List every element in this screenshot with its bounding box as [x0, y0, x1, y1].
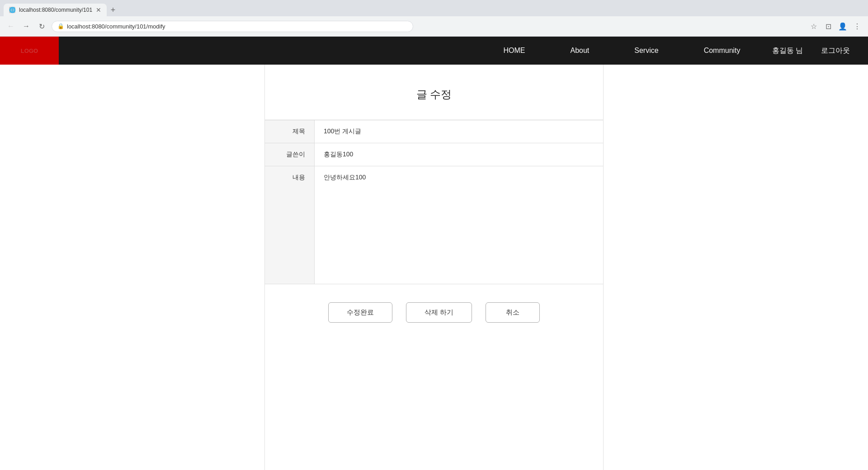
nav-links: HOME About Service Community 홍길동 님 로그아웃 — [481, 37, 859, 65]
subject-row: 제목 100번 게시글 — [265, 120, 603, 143]
lock-icon: 🔒 — [57, 23, 64, 29]
address-bar: ← → ↻ 🔒 localhost:8080/community/101/mod… — [0, 16, 868, 36]
nav-service[interactable]: Service — [612, 37, 681, 65]
cancel-button[interactable]: 취소 — [486, 302, 540, 323]
page-title: 글 수정 — [265, 65, 603, 120]
nav-logout-button[interactable]: 로그아웃 — [812, 46, 859, 56]
author-row: 글쓴이 홍길동100 — [265, 143, 603, 166]
profile-icon[interactable]: 👤 — [837, 21, 848, 32]
logo: LOGO — [0, 37, 59, 65]
tab-close-button[interactable]: ✕ — [96, 6, 101, 14]
back-button[interactable]: ← — [5, 21, 16, 32]
reload-button[interactable]: ↻ — [36, 21, 47, 32]
author-label: 글쓴이 — [265, 143, 315, 166]
subject-label: 제목 — [265, 120, 315, 143]
url-text: localhost:8080/community/101/modify — [67, 23, 165, 30]
navbar: LOGO HOME About Service Community 홍길동 님 … — [0, 37, 868, 65]
tab-title: localhost:8080/community/101 — [19, 7, 92, 13]
nav-username: 홍길동 님 — [763, 46, 812, 56]
nav-home[interactable]: HOME — [481, 37, 547, 65]
new-tab-button[interactable]: + — [107, 4, 119, 16]
forward-button[interactable]: → — [21, 21, 32, 32]
subject-value: 100번 게시글 — [315, 120, 603, 143]
logo-text: LOGO — [21, 47, 38, 54]
author-value: 홍길동100 — [315, 143, 603, 166]
extension-icon[interactable]: ⊡ — [823, 21, 834, 32]
browser-chrome: 🌐 localhost:8080/community/101 ✕ + ← → ↻… — [0, 0, 868, 37]
browser-toolbar-right: ☆ ⊡ 👤 ⋮ — [808, 21, 863, 32]
bookmark-icon[interactable]: ☆ — [808, 21, 819, 32]
browser-tab[interactable]: 🌐 localhost:8080/community/101 ✕ — [4, 4, 107, 16]
menu-icon[interactable]: ⋮ — [852, 21, 863, 32]
button-area: 수정완료 삭제 하기 취소 — [265, 284, 603, 350]
content-row: 내용 안녕하세요100 — [265, 166, 603, 284]
page-wrapper: 글 수정 제목 100번 게시글 글쓴이 홍길동100 내용 안녕하세요100 … — [0, 65, 868, 470]
delete-button[interactable]: 삭제 하기 — [406, 302, 472, 323]
tab-bar: 🌐 localhost:8080/community/101 ✕ + — [0, 0, 868, 16]
nav-community[interactable]: Community — [681, 37, 763, 65]
nav-about[interactable]: About — [547, 37, 612, 65]
content-value: 안녕하세요100 — [315, 166, 603, 284]
tab-favicon: 🌐 — [9, 7, 15, 13]
content-area: 글 수정 제목 100번 게시글 글쓴이 홍길동100 내용 안녕하세요100 … — [264, 65, 604, 470]
url-bar[interactable]: 🔒 localhost:8080/community/101/modify — [52, 21, 413, 32]
content-label: 내용 — [265, 166, 315, 284]
form-table: 제목 100번 게시글 글쓴이 홍길동100 내용 안녕하세요100 — [265, 120, 603, 284]
save-button[interactable]: 수정완료 — [328, 302, 392, 323]
